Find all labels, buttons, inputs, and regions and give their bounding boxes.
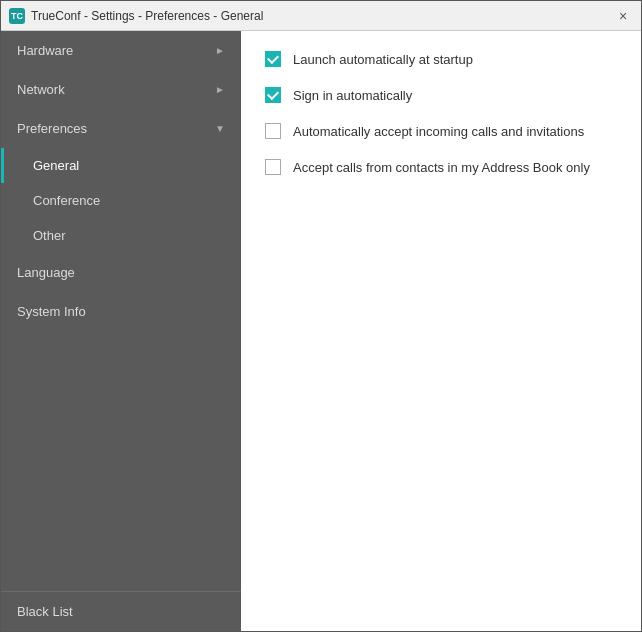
sidebar-label-network: Network — [17, 82, 215, 97]
checkbox-sign-auto[interactable] — [265, 87, 281, 103]
close-button[interactable]: × — [613, 6, 633, 26]
checkbox-row-sign-in: Sign in automatically — [265, 87, 617, 103]
sidebar-item-system-info[interactable]: System Info — [1, 292, 241, 331]
sidebar-item-black-list[interactable]: Black List — [1, 591, 241, 631]
sidebar-item-language[interactable]: Language — [1, 253, 241, 292]
checkbox-row-accept-calls: Automatically accept incoming calls and … — [265, 123, 617, 139]
checkbox-row-accept-contacts: Accept calls from contacts in my Address… — [265, 159, 617, 175]
sidebar-sub-item-other[interactable]: Other — [1, 218, 241, 253]
checkbox-label-launch-auto: Launch automatically at startup — [293, 52, 473, 67]
checkbox-row-launch: Launch automatically at startup — [265, 51, 617, 67]
sidebar-sub-item-general[interactable]: General — [1, 148, 241, 183]
sidebar-sub-item-conference[interactable]: Conference — [1, 183, 241, 218]
chevron-down-icon: ▼ — [215, 123, 225, 134]
sidebar-sub-label-other: Other — [33, 228, 66, 243]
sidebar-items: Hardware ► Network ► Preferences ▼ Gener… — [1, 31, 241, 591]
sidebar-sub-label-conference: Conference — [33, 193, 100, 208]
checkbox-accept-contacts[interactable] — [265, 159, 281, 175]
sidebar-label-hardware: Hardware — [17, 43, 215, 58]
chevron-right-icon: ► — [215, 84, 225, 95]
sidebar: Hardware ► Network ► Preferences ▼ Gener… — [1, 31, 241, 631]
app-icon: TC — [9, 8, 25, 24]
checkbox-launch-auto[interactable] — [265, 51, 281, 67]
content-area: Launch automatically at startup Sign in … — [241, 31, 641, 631]
sidebar-item-network[interactable]: Network ► — [1, 70, 241, 109]
black-list-label: Black List — [17, 604, 73, 619]
checkbox-accept-calls[interactable] — [265, 123, 281, 139]
main-layout: Hardware ► Network ► Preferences ▼ Gener… — [1, 31, 641, 631]
sidebar-sub-label-general: General — [33, 158, 79, 173]
checkbox-label-sign-auto: Sign in automatically — [293, 88, 412, 103]
title-bar-text: TrueConf - Settings - Preferences - Gene… — [31, 9, 613, 23]
sidebar-label-language: Language — [17, 265, 225, 280]
chevron-right-icon: ► — [215, 45, 225, 56]
checkbox-label-accept-contacts: Accept calls from contacts in my Address… — [293, 160, 590, 175]
sidebar-item-preferences[interactable]: Preferences ▼ — [1, 109, 241, 148]
sidebar-label-system-info: System Info — [17, 304, 225, 319]
checkbox-label-accept-calls: Automatically accept incoming calls and … — [293, 124, 584, 139]
sidebar-label-preferences: Preferences — [17, 121, 215, 136]
title-bar: TC TrueConf - Settings - Preferences - G… — [1, 1, 641, 31]
sidebar-item-hardware[interactable]: Hardware ► — [1, 31, 241, 70]
